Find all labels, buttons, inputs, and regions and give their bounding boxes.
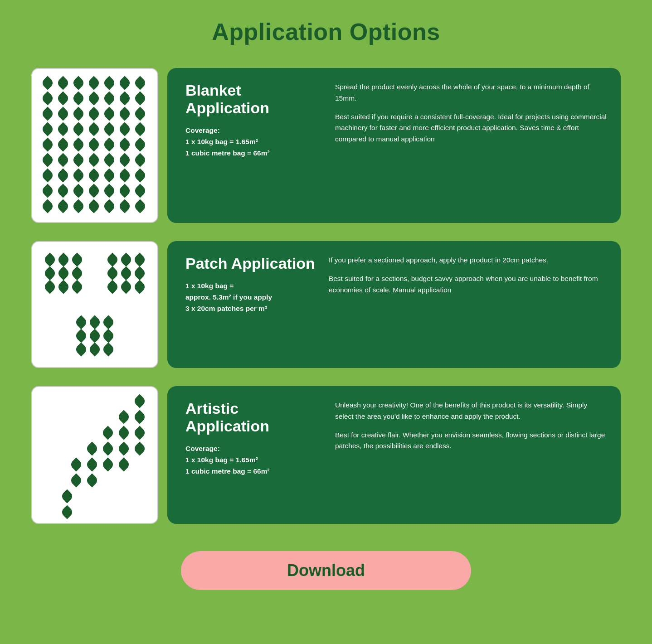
dot xyxy=(88,315,102,329)
dot xyxy=(132,426,146,440)
dot xyxy=(56,107,70,121)
dot xyxy=(117,168,131,182)
dot xyxy=(117,137,131,151)
dot xyxy=(102,153,116,167)
dot xyxy=(133,91,147,105)
dot xyxy=(133,137,147,151)
dot xyxy=(43,280,57,294)
patch-card-left: Patch Application 1 x 10kg bag = approx.… xyxy=(185,255,315,354)
dot xyxy=(102,199,116,213)
blanket-card-left: Blanket Application Coverage: 1 x 10kg b… xyxy=(185,82,321,209)
dot xyxy=(43,252,57,266)
dot xyxy=(60,489,74,503)
artistic-coverage: Coverage: 1 x 10kg bag = 1.65m² 1 cubic … xyxy=(185,443,321,477)
patch-info-card: Patch Application 1 x 10kg bag = approx.… xyxy=(167,241,621,368)
dot xyxy=(56,199,70,213)
dot xyxy=(40,199,54,213)
dot xyxy=(102,91,116,105)
dot xyxy=(40,153,54,167)
dot xyxy=(117,184,131,198)
patch-illustration xyxy=(31,241,158,368)
patch-desc-2: Best suited for a sections, budget savvy… xyxy=(329,273,607,296)
dot xyxy=(69,473,83,487)
dot xyxy=(85,441,99,455)
dot xyxy=(40,184,54,198)
dot xyxy=(56,91,70,105)
artistic-card-left: Artistic Application Coverage: 1 x 10kg … xyxy=(185,400,321,510)
patch-title: Patch Application xyxy=(185,255,315,272)
dot xyxy=(117,199,131,213)
dot xyxy=(117,122,131,136)
dot xyxy=(102,168,116,182)
dot xyxy=(71,137,85,151)
dot xyxy=(87,122,101,136)
dot xyxy=(117,457,131,471)
dot xyxy=(101,441,115,455)
dot xyxy=(71,184,85,198)
dot xyxy=(56,252,70,266)
dot xyxy=(102,122,116,136)
dot xyxy=(87,199,101,213)
dot xyxy=(40,122,54,136)
dot xyxy=(56,266,70,280)
dot xyxy=(85,457,99,471)
dot xyxy=(74,315,88,329)
dot xyxy=(88,329,102,343)
blanket-title: Blanket Application xyxy=(185,82,321,117)
blanket-description: Spread the product evenly across the who… xyxy=(335,82,607,209)
dot xyxy=(119,252,133,266)
artistic-illustration xyxy=(31,386,158,524)
blanket-illustration xyxy=(31,68,158,223)
dot xyxy=(133,168,147,182)
patch-description: If you prefer a sectioned approach, appl… xyxy=(329,255,607,354)
dot xyxy=(71,76,85,90)
page-title: Application Options xyxy=(212,18,440,45)
dot xyxy=(87,168,101,182)
dot xyxy=(119,266,133,280)
dot xyxy=(119,280,133,294)
dot xyxy=(40,91,54,105)
dot xyxy=(40,137,54,151)
dot xyxy=(117,410,131,424)
dot xyxy=(102,107,116,121)
dot xyxy=(71,107,85,121)
dot xyxy=(102,76,116,90)
dot xyxy=(101,315,115,329)
download-button[interactable]: Download xyxy=(181,551,471,590)
dot xyxy=(132,266,146,280)
dot xyxy=(71,153,85,167)
dot xyxy=(117,91,131,105)
dot xyxy=(87,137,101,151)
dot xyxy=(87,107,101,121)
artistic-description: Unleash your creativity! One of the bene… xyxy=(335,400,607,510)
dot xyxy=(133,107,147,121)
dot xyxy=(133,122,147,136)
dot xyxy=(117,76,131,90)
dot xyxy=(117,426,131,440)
blanket-desc-1: Spread the product evenly across the who… xyxy=(335,82,607,104)
dot xyxy=(133,153,147,167)
dot xyxy=(71,199,85,213)
dot xyxy=(102,184,116,198)
dot xyxy=(85,473,99,487)
dot xyxy=(56,76,70,90)
dot xyxy=(74,329,88,343)
dot xyxy=(133,184,147,198)
dot xyxy=(87,91,101,105)
dot xyxy=(40,76,54,90)
artistic-desc-1: Unleash your creativity! One of the bene… xyxy=(335,400,607,422)
dot xyxy=(40,107,54,121)
patch-coverage: 1 x 10kg bag = approx. 5.3m² if you appl… xyxy=(185,281,315,314)
dot xyxy=(101,342,115,356)
dot xyxy=(56,184,70,198)
dot xyxy=(43,266,57,280)
artistic-desc-2: Best for creative flair. Whether you env… xyxy=(335,430,607,452)
dot xyxy=(101,426,115,440)
dot xyxy=(117,441,131,455)
artistic-title: Artistic Application xyxy=(185,400,321,435)
blanket-section: Blanket Application Coverage: 1 x 10kg b… xyxy=(31,68,621,223)
dot xyxy=(56,122,70,136)
patch-desc-1: If you prefer a sectioned approach, appl… xyxy=(329,255,607,266)
dot xyxy=(56,280,70,294)
dot xyxy=(132,410,146,424)
